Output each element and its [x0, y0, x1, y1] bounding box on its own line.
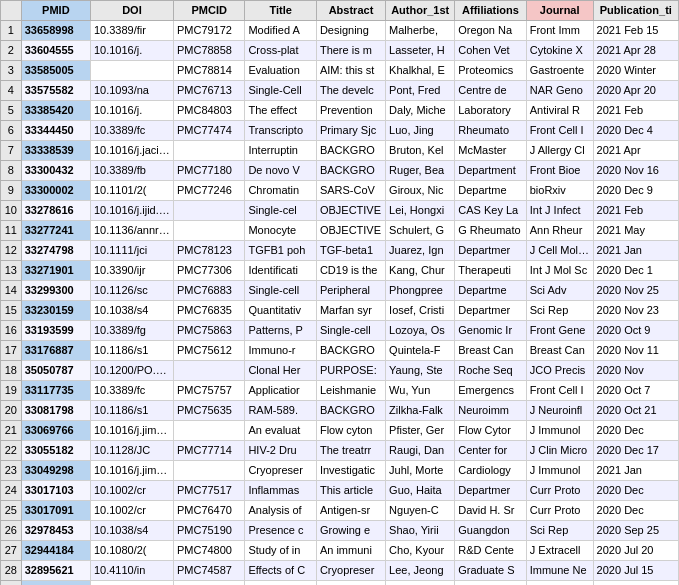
pub-cell[interactable]: 2020 Nov 11	[593, 341, 678, 361]
pmcid-cell[interactable]: PMC74800	[173, 541, 244, 561]
doi-cell[interactable]: 10.3389/fc	[90, 121, 173, 141]
pmid-cell[interactable]: 33604555	[21, 41, 90, 61]
pmcid-cell[interactable]: PMC74587	[173, 561, 244, 581]
row-number[interactable]: 23	[1, 461, 22, 481]
author-cell[interactable]: Guo, Haita	[386, 481, 455, 501]
journal-cell[interactable]: Front Imm	[526, 21, 593, 41]
pmid-cell[interactable]: 33300002	[21, 181, 90, 201]
doi-cell[interactable]: 10.1136/annrheumdis	[90, 221, 173, 241]
journal-cell[interactable]: J Clin Micro	[526, 441, 593, 461]
pmid-cell[interactable]	[21, 581, 90, 586]
pmcid-cell[interactable]	[173, 461, 244, 481]
affil-cell[interactable]: Guangdon	[455, 521, 526, 541]
pmid-cell[interactable]: 33069766	[21, 421, 90, 441]
doi-cell[interactable]: 10.3390/ijr	[90, 261, 173, 281]
journal-cell[interactable]: J Neuroinfl	[526, 401, 593, 421]
row-number[interactable]: 8	[1, 161, 22, 181]
pmcid-cell[interactable]: PMC78814	[173, 61, 244, 81]
title-cell[interactable]: Single-cel	[245, 201, 316, 221]
pub-cell[interactable]: 2020 Dec 4	[593, 121, 678, 141]
abstract-cell[interactable]: Leishmanie	[316, 381, 385, 401]
pmcid-cell[interactable]: PMC77246	[173, 181, 244, 201]
author-cell[interactable]: Schulert, G	[386, 221, 455, 241]
row-number[interactable]: 6	[1, 121, 22, 141]
row-number[interactable]: 19	[1, 381, 22, 401]
doi-cell[interactable]: 10.1186/s1	[90, 341, 173, 361]
author-cell[interactable]: Bruton, Kel	[386, 141, 455, 161]
journal-cell[interactable]: Antiviral R	[526, 101, 593, 121]
pmid-cell[interactable]: 33274798	[21, 241, 90, 261]
journal-cell[interactable]: NAR Geno	[526, 81, 593, 101]
pub-cell[interactable]: 2021 Apr	[593, 141, 678, 161]
doi-cell[interactable]	[90, 61, 173, 81]
doi-cell[interactable]: 10.1016/j.jim.2020.112	[90, 461, 173, 481]
col-header-a[interactable]: PMID	[21, 1, 90, 21]
pub-cell[interactable]: 2020 Dec 9	[593, 181, 678, 201]
affil-cell[interactable]: Oregon Na	[455, 21, 526, 41]
pmcid-cell[interactable]: PMC79172	[173, 21, 244, 41]
title-cell[interactable]: Applicatior	[245, 381, 316, 401]
row-number[interactable]: 1	[1, 21, 22, 41]
abstract-cell[interactable]: TGF-beta1	[316, 241, 385, 261]
author-cell[interactable]: Daly, Miche	[386, 101, 455, 121]
author-cell[interactable]: Khalkhal, E	[386, 61, 455, 81]
doi-cell[interactable]: 10.1186/s1	[90, 401, 173, 421]
journal-cell[interactable]: J Immunol	[526, 461, 593, 481]
author-cell[interactable]: Lozoya, Os	[386, 321, 455, 341]
pmcid-cell[interactable]: PMC75190	[173, 521, 244, 541]
row-number[interactable]: 3	[1, 61, 22, 81]
row-number[interactable]: 22	[1, 441, 22, 461]
pmcid-cell[interactable]: PMC84803	[173, 101, 244, 121]
pmcid-cell[interactable]: PMC77474	[173, 121, 244, 141]
pmid-cell[interactable]: 33585005	[21, 61, 90, 81]
pmid-cell[interactable]: 33385420	[21, 101, 90, 121]
pub-cell[interactable]: 2021 Jan	[593, 461, 678, 481]
affil-cell[interactable]: Proteomics	[455, 61, 526, 81]
doi-cell[interactable]: 10.1016/j.	[90, 101, 173, 121]
pmcid-cell[interactable]: PMC76883	[173, 281, 244, 301]
affil-cell[interactable]: Center for	[455, 441, 526, 461]
journal-cell[interactable]: Front Cell I	[526, 381, 593, 401]
row-number[interactable]: 9	[1, 181, 22, 201]
pmid-cell[interactable]: 33278616	[21, 201, 90, 221]
pmid-cell[interactable]: 33193599	[21, 321, 90, 341]
doi-cell[interactable]	[90, 581, 173, 586]
author-cell[interactable]: Kang, Chur	[386, 261, 455, 281]
journal-cell[interactable]: J Extracell	[526, 541, 593, 561]
affil-cell[interactable]: Centre de	[455, 81, 526, 101]
pmid-cell[interactable]: 33017103	[21, 481, 90, 501]
pub-cell[interactable]: 2020 Sep 25	[593, 521, 678, 541]
title-cell[interactable]: Single-cell	[245, 281, 316, 301]
pub-cell[interactable]: 2021 Apr 28	[593, 41, 678, 61]
pmcid-cell[interactable]: PMC78858	[173, 41, 244, 61]
doi-cell[interactable]: 10.1016/j.jaci.2020.11.	[90, 141, 173, 161]
pub-cell[interactable]: 2020 Dec	[593, 421, 678, 441]
pub-cell[interactable]: 2020 Dec	[593, 501, 678, 521]
title-cell[interactable]: TGFB1 poh	[245, 241, 316, 261]
journal-cell[interactable]: Front Cell I	[526, 121, 593, 141]
journal-cell[interactable]: Int J Mol Sc	[526, 261, 593, 281]
col-header-g[interactable]: Affiliations	[455, 1, 526, 21]
pmid-cell[interactable]: 33575582	[21, 81, 90, 101]
pmcid-cell[interactable]	[173, 361, 244, 381]
pmcid-cell[interactable]	[173, 221, 244, 241]
pmid-cell[interactable]: 33230159	[21, 301, 90, 321]
title-cell[interactable]: The effect	[245, 101, 316, 121]
doi-cell[interactable]: 10.1101/2(	[90, 181, 173, 201]
affil-cell[interactable]: G Rheumato	[455, 221, 526, 241]
abstract-cell[interactable]: BACKGRO	[316, 401, 385, 421]
doi-cell[interactable]: 10.1002/cr	[90, 501, 173, 521]
affil-cell[interactable]: Emergencs	[455, 381, 526, 401]
pmid-cell[interactable]: 33299300	[21, 281, 90, 301]
affil-cell[interactable]: R&D Cente	[455, 541, 526, 561]
abstract-cell[interactable]: Single-cell	[316, 321, 385, 341]
title-cell[interactable]: RAM-589.	[245, 401, 316, 421]
journal-cell[interactable]: Front Bioe	[526, 161, 593, 181]
journal-cell[interactable]: Curr Proto	[526, 481, 593, 501]
row-number[interactable]: 10	[1, 201, 22, 221]
col-header-b[interactable]: DOI	[90, 1, 173, 21]
doi-cell[interactable]: 10.1016/j.ijid.2020.11.	[90, 201, 173, 221]
journal-cell[interactable]	[526, 581, 593, 586]
title-cell[interactable]: Analysis of	[245, 501, 316, 521]
pmcid-cell[interactable]: PMC77714	[173, 441, 244, 461]
